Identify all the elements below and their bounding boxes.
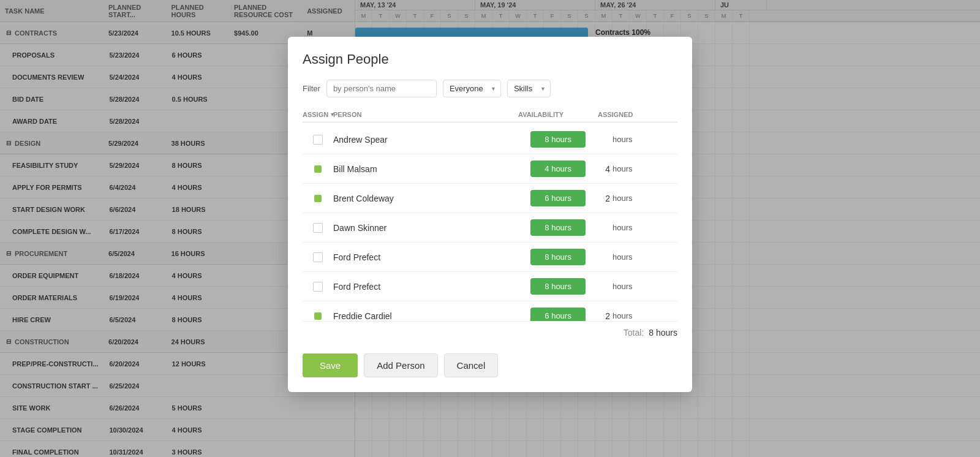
person-name: Dawn Skinner: [333, 223, 518, 233]
col-assigned-header: ASSIGNED: [598, 111, 677, 118]
availability-bar-cell: 8 hours: [518, 249, 598, 265]
assigned-num: 2: [598, 311, 610, 321]
assigned-hours-cell: 2 hours: [598, 194, 677, 203]
assigned-hours-cell: hours: [598, 252, 677, 262]
modal-title: Assign People: [303, 51, 677, 67]
checkbox-cell: [303, 223, 333, 233]
modal-filter-row: Filter Everyone Skills: [303, 80, 677, 97]
person-name: Freddie Cardiel: [333, 311, 518, 321]
assign-people-modal: Assign People Filter Everyone Skills ASS…: [288, 37, 692, 392]
availability-bar-cell: 8 hours: [518, 219, 598, 236]
total-label: Total:: [624, 328, 644, 338]
everyone-select-wrapper: Everyone: [443, 80, 501, 97]
people-list: Andrew Spear 8 hours hours Bill Malsam: [303, 125, 677, 321]
person-checkbox[interactable]: [313, 135, 323, 145]
checkbox-cell: [303, 165, 333, 173]
person-checkbox[interactable]: [313, 223, 323, 233]
assigned-unit: hours: [612, 135, 633, 144]
checkbox-cell: [303, 135, 333, 145]
assigned-unit: hours: [612, 282, 633, 291]
list-item: Bill Malsam 4 hours 4 hours: [303, 154, 677, 184]
availability-bar-cell: 6 hours: [518, 190, 598, 206]
assigned-num: 4: [598, 164, 610, 174]
save-button[interactable]: Save: [303, 353, 358, 377]
availability-bar-cell: 6 hours: [518, 308, 598, 321]
availability-bar: 8 hours: [530, 131, 586, 148]
availability-bar: 8 hours: [530, 278, 586, 295]
assigned-hours-cell: 2 hours: [598, 311, 677, 321]
modal-footer: Save Add Person Cancel: [303, 353, 677, 377]
person-name: Bill Malsam: [333, 164, 518, 174]
list-item: Andrew Spear 8 hours hours: [303, 125, 677, 154]
checkbox-cell: [303, 252, 333, 262]
people-table-header: ASSIGN ▼ PERSON AVAILABILITY ASSIGNED: [303, 107, 677, 123]
assigned-hours-cell: 4 hours: [598, 164, 677, 174]
assigned-unit: hours: [612, 194, 633, 203]
assigned-unit: hours: [612, 164, 633, 173]
filter-input[interactable]: [326, 80, 437, 97]
assigned-unit: hours: [612, 252, 633, 262]
availability-bar-cell: 4 hours: [518, 161, 598, 177]
everyone-select[interactable]: Everyone: [443, 80, 501, 97]
person-name: Ford Prefect: [333, 282, 518, 292]
cancel-button[interactable]: Cancel: [444, 353, 499, 377]
checkbox-cell: [303, 312, 333, 320]
assigned-indicator: [314, 195, 322, 202]
list-item: Ford Prefect 8 hours hours: [303, 243, 677, 272]
person-name: Andrew Spear: [333, 135, 518, 145]
list-item: Ford Prefect 8 hours hours: [303, 272, 677, 301]
availability-bar: 6 hours: [530, 308, 586, 321]
skills-select[interactable]: Skills: [507, 80, 551, 97]
assigned-unit: hours: [612, 311, 633, 320]
add-person-button[interactable]: Add Person: [364, 353, 437, 377]
assigned-num: 2: [598, 194, 610, 203]
availability-bar: 4 hours: [530, 161, 586, 177]
availability-bar: 6 hours: [530, 190, 586, 206]
total-row: Total: 8 hours: [303, 321, 677, 344]
skills-select-wrapper: Skills: [507, 80, 551, 97]
list-item: Freddie Cardiel 6 hours 2 hours: [303, 301, 677, 321]
assigned-indicator: [314, 312, 322, 320]
person-name: Brent Coldeway: [333, 194, 518, 203]
app-container: TASK NAME PLANNED START... PLANNED HOURS…: [0, 0, 980, 457]
assigned-hours-cell: hours: [598, 135, 677, 144]
filter-label: Filter: [303, 84, 320, 93]
list-item: Dawn Skinner 8 hours hours: [303, 213, 677, 243]
total-hours: 8 hours: [649, 328, 677, 338]
availability-bar: 8 hours: [530, 219, 586, 236]
checkbox-cell: [303, 282, 333, 292]
col-person-header: PERSON: [333, 111, 518, 118]
assigned-indicator: [314, 165, 322, 173]
availability-bar-cell: 8 hours: [518, 278, 598, 295]
list-item: Brent Coldeway 6 hours 2 hours: [303, 184, 677, 213]
modal-overlay: Assign People Filter Everyone Skills ASS…: [0, 0, 980, 457]
person-checkbox[interactable]: [313, 252, 323, 262]
availability-bar: 8 hours: [530, 249, 586, 265]
assigned-hours-cell: hours: [598, 223, 677, 232]
col-availability-header: AVAILABILITY: [518, 111, 598, 118]
availability-bar-cell: 8 hours: [518, 131, 598, 148]
assigned-hours-cell: hours: [598, 282, 677, 291]
person-name: Ford Prefect: [333, 252, 518, 262]
assigned-unit: hours: [612, 223, 633, 232]
checkbox-cell: [303, 195, 333, 202]
person-checkbox[interactable]: [313, 282, 323, 292]
col-assign-header: ASSIGN ▼: [303, 111, 333, 118]
